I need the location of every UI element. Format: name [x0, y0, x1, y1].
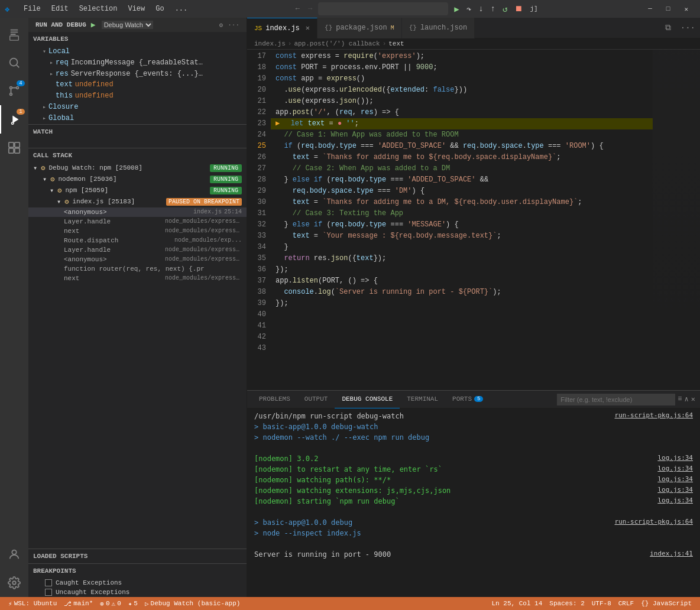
console-line-debug-2: > node --inspect index.js [254, 528, 693, 538]
menu-view[interactable]: View [123, 4, 150, 14]
closure-scope-item[interactable]: ▸ Closure [28, 102, 247, 113]
debug-settings-button[interactable]: ⚙ [219, 21, 223, 29]
uncaught-exceptions-item[interactable]: Uncaught Exceptions [28, 588, 247, 597]
tab-problems[interactable]: PROBLEMS [252, 391, 297, 408]
frame-anonymous-2[interactable]: <anonymous> node_modules/express... [28, 255, 247, 264]
activity-explorer[interactable] [0, 20, 28, 48]
tab-debug-console[interactable]: DEBUG CONSOLE [335, 391, 400, 408]
uncaught-exceptions-label: Uncaught Exceptions [56, 589, 129, 596]
nav-forward-button[interactable]: → [306, 4, 315, 14]
debug-console-content[interactable]: run-script-pkg.js:64 /usr/bin/npm run-sc… [247, 408, 700, 597]
frame-route-dispatch[interactable]: Route.dispatch node_modules/exp... [28, 236, 247, 245]
local-scope-item[interactable]: ▾ Local [28, 46, 247, 57]
menu-selection[interactable]: Selection [74, 4, 122, 14]
tab-close-button[interactable]: ✕ [306, 24, 310, 33]
var-req-item[interactable]: ▸ req IncomingMessage {_readableState: .… [28, 57, 247, 69]
callstack-section-header[interactable]: CALL STACK [28, 148, 247, 163]
frame-anonymous[interactable]: <anonymous> index.js 25:14 [28, 207, 247, 217]
list-view-icon[interactable]: ≡ [678, 395, 682, 404]
frame-line: 25:14 [224, 209, 242, 215]
thread-indexjs[interactable]: ▾ ⚙ index.js [25183] PAUSED ON BREAKPOIN… [28, 196, 247, 207]
frame-func: function router(req, res, next) {.pr [64, 265, 242, 272]
editor-more-button[interactable]: ··· [676, 21, 700, 35]
debug-stop-button[interactable]: ⏹ [512, 3, 525, 15]
thread-debug-watch[interactable]: ▾ ⚙ Debug Watch: npm [25008] RUNNING [28, 163, 247, 174]
debug-more-button[interactable]: ··· [228, 21, 239, 28]
nav-back-button[interactable]: ← [293, 4, 302, 14]
console-link[interactable]: log.js:34 [657, 485, 693, 495]
breakpoints-header[interactable]: BREAKPOINTS [28, 564, 247, 578]
breadcrumb-callback[interactable]: app.post('/') callback [294, 40, 380, 47]
loaded-scripts-header[interactable]: LOADED SCRIPTS [28, 549, 247, 563]
status-debug-session[interactable]: ▷ Debug Watch (basic-app) [141, 597, 244, 610]
console-link[interactable]: run-script-pkg.js:64 [615, 411, 693, 421]
debug-restart-button[interactable]: ↺ [500, 3, 510, 15]
activity-search[interactable] [0, 48, 28, 77]
activity-extensions[interactable] [0, 134, 28, 162]
activity-avatar[interactable] [0, 540, 28, 569]
activity-source-control[interactable]: 4 [0, 77, 28, 105]
breadcrumb-text[interactable]: text [388, 40, 404, 47]
tab-launch-json[interactable]: {} launch.json [402, 18, 475, 38]
console-link[interactable]: log.js:34 [657, 453, 693, 463]
frame-next-2[interactable]: next node_modules/express/lib/rout... [28, 274, 247, 283]
status-ports[interactable]: ✦ 5 [125, 597, 141, 610]
tab-terminal[interactable]: TERMINAL [400, 391, 445, 408]
breadcrumb-file[interactable]: index.js [254, 40, 286, 47]
var-this-item[interactable]: ▸ this undefined [28, 90, 247, 102]
status-language[interactable]: {} JavaScript [637, 597, 695, 610]
debug-config-dropdown[interactable]: Debug Watch [102, 21, 153, 29]
console-link[interactable]: run-script-pkg.js:64 [615, 517, 693, 527]
variables-section-header[interactable]: VARIABLES [28, 32, 247, 46]
thread-nodemon[interactable]: ▾ ⚙ nodemon [25036] RUNNING [28, 174, 247, 185]
menu-more[interactable]: ... [170, 4, 193, 14]
debug-step-into-button[interactable]: ↓ [476, 3, 485, 15]
menu-file[interactable]: File [19, 4, 46, 14]
thread-npm[interactable]: ▾ ⚙ npm [25059] RUNNING [28, 185, 247, 196]
tab-index-js[interactable]: JS index.js ✕ [247, 18, 317, 38]
filter-input[interactable] [557, 394, 675, 405]
tab-output[interactable]: OUTPUT [297, 391, 335, 408]
console-link[interactable]: log.js:34 [657, 475, 693, 485]
frame-router[interactable]: function router(req, res, next) {.pr [28, 264, 247, 274]
global-scope-item[interactable]: ▸ Global [28, 113, 247, 124]
var-res-item[interactable]: ▸ res ServerResponse {_events: {...}, _e… [28, 69, 247, 80]
console-link[interactable]: log.js:34 [657, 496, 693, 506]
status-wsl[interactable]: ⚡ WSL: Ubuntu [5, 597, 60, 610]
activity-settings[interactable] [0, 569, 28, 597]
tab-ports[interactable]: PORTS 5 [445, 391, 490, 408]
var-text-item[interactable]: ▸ text undefined [28, 79, 247, 90]
status-spaces[interactable]: Spaces: 2 [546, 597, 588, 610]
start-debug-button[interactable]: ▶ [91, 20, 96, 30]
status-cursor-pos[interactable]: Ln 25, Col 14 [488, 597, 546, 610]
frame-layer-handle-1[interactable]: Layer.handle node_modules/express... [28, 217, 247, 226]
watch-section-header[interactable]: WATCH [28, 125, 247, 139]
console-link[interactable]: index.js:41 [650, 549, 693, 559]
caught-exceptions-checkbox[interactable] [45, 579, 52, 586]
debug-continue-button[interactable]: ▶ [452, 3, 461, 15]
caught-exceptions-item[interactable]: Caught Exceptions [28, 578, 247, 588]
frame-layer-handle-2[interactable]: Layer.handle node_modules/express... [28, 245, 247, 255]
status-encoding[interactable]: UTF-8 [588, 597, 615, 610]
console-link[interactable]: log.js:34 [657, 464, 693, 474]
code-content[interactable]: const express = require('express'); cons… [271, 50, 653, 390]
collapse-all-icon[interactable]: ∧ [685, 395, 689, 404]
menu-edit[interactable]: Edit [47, 4, 73, 14]
command-palette-input[interactable] [318, 2, 448, 15]
split-editor-button[interactable]: ⧉ [660, 21, 676, 35]
minimize-button[interactable]: ─ [641, 4, 659, 14]
clear-console-button[interactable]: ✕ [691, 395, 695, 404]
close-button[interactable]: ✕ [677, 4, 695, 14]
frame-next-1[interactable]: next node_modules/express/lib/rout... [28, 226, 247, 236]
activity-run-debug[interactable]: 1 [0, 105, 28, 134]
debug-step-out-button[interactable]: ↑ [488, 3, 498, 15]
status-branch[interactable]: ⎇ main* [60, 597, 96, 610]
tab-package-json[interactable]: {} package.json M [317, 18, 402, 38]
modified-indicator: M [391, 25, 394, 31]
status-errors[interactable]: ⊗ 0 ⚠ 0 [96, 597, 124, 610]
uncaught-exceptions-checkbox[interactable] [45, 589, 52, 596]
status-eol[interactable]: CRLF [615, 597, 637, 610]
menu-go[interactable]: Go [151, 4, 168, 14]
debug-step-over-button[interactable]: ↷ [464, 3, 474, 15]
maximize-button[interactable]: □ [659, 4, 678, 14]
